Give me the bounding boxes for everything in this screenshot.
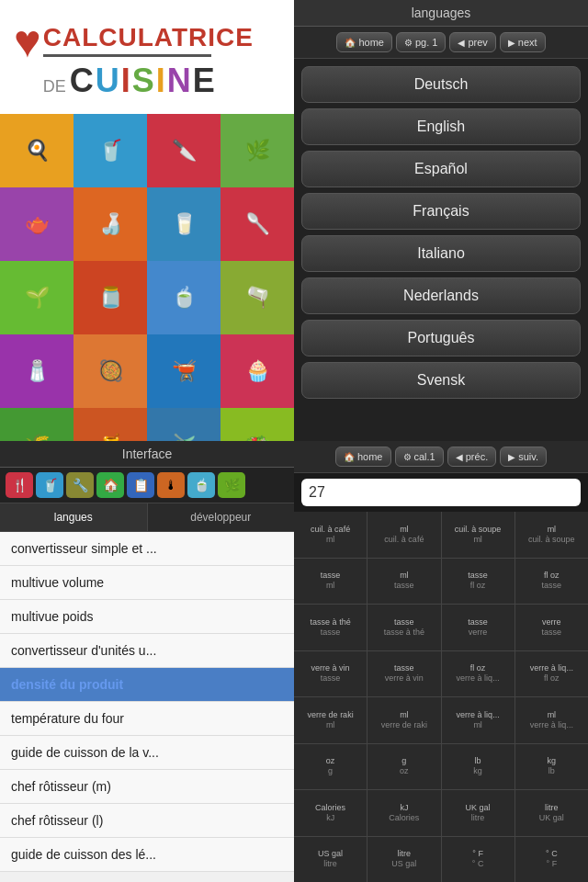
conversion-cell[interactable]: litreUK gal — [515, 790, 588, 836]
interface-icon-row: 🍴🥤🔧🏠📋🌡🍵🌿 — [0, 468, 294, 503]
interface-icon-chip: 🥤 — [36, 472, 63, 498]
interface-icon-chip: 🏠 — [96, 472, 124, 498]
calc-nav-button-préc.[interactable]: ◀préc. — [447, 447, 496, 467]
nav-button-home[interactable]: 🏠home — [336, 32, 392, 52]
language-button-svensk[interactable]: Svensk — [301, 362, 581, 399]
logo-cuisine: CUISINE — [70, 62, 217, 100]
conversion-cell[interactable]: fl oztasse — [515, 559, 588, 605]
menu-item[interactable]: guide de cuisson de la v... — [0, 736, 294, 770]
language-button-español[interactable]: Español — [301, 151, 581, 187]
conversion-cell[interactable]: tasseml — [294, 559, 367, 605]
conversion-cell[interactable]: verretasse — [515, 605, 588, 650]
conversion-cell[interactable]: ° C° F — [515, 837, 588, 883]
logo-icon-cell: 🧁 — [220, 334, 294, 408]
conversion-cell[interactable]: verre à vintasse — [294, 651, 367, 697]
logo-icon-cell: 🍵 — [147, 261, 220, 334]
conversion-cell[interactable]: lbkg — [442, 744, 514, 790]
calc-nav-button-suiv.[interactable]: ▶suiv. — [500, 447, 547, 467]
conversion-cell[interactable]: cuil. à caféml — [294, 512, 367, 558]
conversion-cell[interactable]: cuil. à soupeml — [442, 512, 514, 558]
conversion-cell[interactable]: kglb — [515, 744, 588, 790]
conversion-cell[interactable]: mltasse — [368, 559, 440, 605]
language-button-italiano[interactable]: Italiano — [301, 235, 581, 272]
logo-e3: E — [193, 62, 217, 99]
conversion-cell[interactable]: mlcuil. à café — [368, 512, 440, 558]
tab-développeur[interactable]: développeur — [148, 503, 295, 531]
logo-heart-icon: ♥ — [14, 18, 41, 64]
menu-item[interactable]: température du four — [0, 702, 294, 736]
conversion-cell[interactable]: verre de rakiml — [294, 697, 367, 743]
logo-underline — [43, 54, 211, 57]
conversion-cell[interactable]: mlcuil. à soupe — [515, 512, 588, 558]
logo-n: I — [156, 62, 167, 99]
nav-button-next[interactable]: ▶next — [500, 32, 546, 52]
interface-panel: Interface 🍴🥤🔧🏠📋🌡🍵🌿 languesdéveloppeur co… — [0, 441, 294, 882]
nav-button-pg.-1[interactable]: ⚙pg. 1 — [396, 32, 446, 52]
logo-de: DE — [43, 77, 66, 96]
menu-item[interactable]: multivue volume — [0, 566, 294, 600]
menu-item[interactable]: densité du produit — [0, 668, 294, 702]
conversion-cell[interactable]: tassetasse à thé — [368, 605, 440, 650]
conversion-cell[interactable]: ozg — [294, 744, 367, 790]
language-list: DeutschEnglishEspañolFrançaisItalianoNed… — [294, 59, 588, 441]
conversion-cell[interactable]: CalorieskJ — [294, 790, 367, 836]
conversion-cell[interactable]: ° F° C — [442, 837, 514, 883]
conversion-cell[interactable]: verre à liq...ml — [442, 697, 514, 743]
languages-header: languages — [294, 0, 588, 27]
menu-item[interactable]: chef rôtisseur (m) — [0, 770, 294, 804]
logo-icon-cell: 🫗 — [220, 261, 294, 334]
calculator-nav-bar: 🏠home⚙cal.1◀préc.▶suiv. — [294, 441, 588, 473]
conversion-cell[interactable]: US gallitre — [294, 837, 367, 883]
calc-nav-button-cal.1[interactable]: ⚙cal.1 — [395, 447, 444, 467]
interface-menu: convertisseur simple et ...multivue volu… — [0, 532, 294, 882]
interface-icon-chip: 🍴 — [6, 472, 33, 498]
conversion-cell[interactable]: tasseverre à vin — [368, 651, 440, 697]
conversion-cell[interactable]: verre à liq...fl oz — [515, 651, 588, 697]
interface-tabs: languesdéveloppeur — [0, 503, 294, 532]
logo-c: C — [70, 62, 96, 99]
calc-nav-button-home[interactable]: 🏠home — [335, 447, 391, 467]
calc-input-row — [294, 473, 588, 512]
interface-icon-chip: 📋 — [127, 472, 154, 498]
language-button-deutsch[interactable]: Deutsch — [301, 66, 581, 103]
interface-icon-chip: 🌿 — [218, 472, 245, 498]
logo-icon-cell: 🥛 — [147, 187, 220, 261]
logo-icon-cell: 🍶 — [74, 187, 147, 261]
language-button-nederlands[interactable]: Nederlands — [301, 277, 581, 314]
logo-icon-cell: 🥄 — [220, 187, 294, 261]
interface-header: Interface — [0, 441, 294, 468]
logo-icon-cell: 🔪 — [147, 114, 220, 187]
conversion-cell[interactable]: litreUS gal — [368, 837, 440, 883]
logo-icon-cell: 🌱 — [0, 261, 74, 334]
nav-button-prev[interactable]: ◀prev — [449, 32, 495, 52]
interface-icon-chip: 🔧 — [66, 472, 94, 498]
logo-icon-cell: 🫖 — [0, 187, 74, 261]
conversion-cell[interactable]: kJCalories — [368, 790, 440, 836]
conversion-cell[interactable]: fl ozverre à liq... — [442, 651, 514, 697]
conversion-cell[interactable]: mlverre de raki — [368, 697, 440, 743]
logo-icon-cell: 🥤 — [74, 114, 147, 187]
menu-item[interactable]: convertisseur simple et ... — [0, 532, 294, 566]
calculator-panel: 🏠home⚙cal.1◀préc.▶suiv. cuil. à cafémlml… — [294, 441, 588, 882]
conversion-cell[interactable]: tasseverre — [442, 605, 514, 650]
menu-item[interactable]: chef rôtisseur (l) — [0, 804, 294, 838]
logo-u: U — [96, 62, 121, 99]
interface-icon-chip: 🌡 — [157, 472, 185, 498]
menu-item[interactable]: multivue poids — [0, 600, 294, 634]
conversion-cell[interactable]: goz — [368, 744, 440, 790]
conversion-cell[interactable]: mlverre à liq... — [515, 697, 588, 743]
logo-i: I — [121, 62, 132, 99]
menu-item[interactable]: convertisseur d'unités u... — [0, 634, 294, 668]
language-button-français[interactable]: Français — [301, 193, 581, 230]
tab-langues[interactable]: langues — [0, 503, 148, 531]
language-button-english[interactable]: English — [301, 108, 581, 145]
menu-item[interactable]: guide de cuisson des lé... — [0, 838, 294, 872]
conversion-cell[interactable]: tassefl oz — [442, 559, 514, 605]
logo-panel: ♥ CALCULATRICE DE CUISINE 🍳🥤🔪🌿🫖🍶🥛🥄🌱🫙🍵🫗🧂🥘… — [0, 0, 294, 441]
calc-input[interactable] — [301, 479, 581, 506]
conversion-cell[interactable]: UK gallitre — [442, 790, 514, 836]
conversion-cell[interactable]: tasse à thétasse — [294, 605, 367, 650]
language-button-português[interactable]: Português — [301, 320, 581, 356]
languages-panel: languages 🏠home⚙pg. 1◀prev▶next DeutschE… — [294, 0, 588, 441]
logo-icon-cell: 🥘 — [74, 334, 147, 408]
